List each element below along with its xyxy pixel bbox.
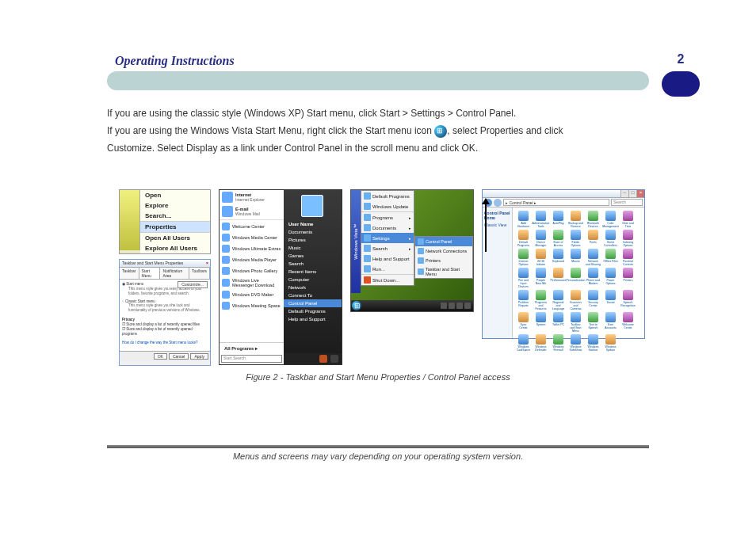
context-menu-item[interactable]: Properties <box>140 221 210 232</box>
minimize-button[interactable]: – <box>620 190 628 197</box>
control-panel-item[interactable]: Taskbar and Start Menu <box>568 312 583 333</box>
control-panel-item[interactable]: Administrative Tools <box>533 211 548 228</box>
classic-menu-item[interactable]: Documents▸ <box>361 223 414 233</box>
control-panel-item[interactable]: Fonts <box>586 230 601 247</box>
classic-menu-item[interactable]: Default Programs <box>361 191 414 201</box>
submenu-item[interactable]: Control Panel <box>415 237 472 246</box>
control-panel-item[interactable]: Personalization <box>568 268 583 288</box>
control-panel-item[interactable]: Parental Controls <box>620 249 636 266</box>
classic-menu-item[interactable]: Programs▸ <box>361 212 414 223</box>
context-menu-item[interactable]: Explore All Users <box>140 243 210 253</box>
cancel-button[interactable]: Cancel <box>169 353 189 360</box>
control-panel-item[interactable]: Windows Defender <box>533 334 548 352</box>
control-panel-item[interactable]: Internet Options <box>516 249 531 266</box>
sidebar-link-classic-view[interactable]: Classic View <box>484 223 510 227</box>
classic-menu-item[interactable]: Windows Update <box>361 201 414 211</box>
start-orb-icon[interactable] <box>352 301 361 310</box>
control-panel-item[interactable]: Windows Sidebar <box>586 334 601 352</box>
control-panel-item[interactable]: Ease of Access <box>551 230 566 247</box>
start-right-item[interactable]: Computer <box>284 276 342 284</box>
tray-icon[interactable] <box>449 303 455 309</box>
control-panel-item[interactable]: Keyboard <box>551 249 566 266</box>
help-link[interactable]: How do I change the way the Start menu l… <box>122 341 208 345</box>
program-item[interactable]: Windows DVD Maker <box>220 289 284 300</box>
customize-button[interactable]: Customize... <box>178 281 208 288</box>
start-right-item[interactable]: Games <box>284 252 342 260</box>
control-panel-item[interactable]: Backup and Restore <box>568 211 583 228</box>
submenu-item[interactable]: Network Connections <box>415 246 472 256</box>
dialog-tab[interactable]: Notification Area <box>160 268 189 279</box>
lock-icon[interactable] <box>330 355 338 363</box>
classic-menu-item[interactable]: Settings▸ <box>361 233 414 243</box>
control-panel-item[interactable]: Printers <box>620 268 636 288</box>
pinned-item[interactable]: InternetInternet Explorer <box>220 190 284 204</box>
control-panel-item[interactable]: Sound <box>603 290 618 310</box>
ok-button[interactable]: OK <box>154 353 167 360</box>
checkbox-recent-files[interactable]: Store and display a list of recently ope… <box>122 322 208 327</box>
program-item[interactable]: Windows Ultimate Extras <box>220 243 284 254</box>
all-programs-item[interactable]: All Programs <box>220 342 284 353</box>
control-panel-item[interactable]: Regional and Language <box>551 290 566 310</box>
control-panel-item[interactable]: Problem Reports <box>516 290 531 310</box>
control-panel-item[interactable]: Color Management <box>603 211 618 228</box>
start-right-item[interactable]: Music <box>284 244 342 252</box>
forward-button[interactable] <box>494 199 502 207</box>
start-right-item[interactable]: Recent Items <box>284 268 342 276</box>
close-button[interactable]: × <box>636 190 644 197</box>
tray-icon[interactable] <box>456 303 463 309</box>
context-menu-item[interactable]: Open All Users <box>140 232 210 243</box>
start-right-item[interactable]: Search <box>284 260 342 268</box>
program-item[interactable]: Windows Live Messenger Download <box>220 276 284 289</box>
control-panel-item[interactable]: Offline Files <box>603 249 618 266</box>
control-panel-item[interactable]: Network and Sharing <box>586 249 601 266</box>
context-menu-item[interactable]: Explore <box>140 200 210 211</box>
control-panel-item[interactable]: Folder Options <box>568 230 583 247</box>
control-panel-item[interactable]: Add Hardware <box>516 211 531 228</box>
search-input[interactable]: Search <box>611 199 643 206</box>
program-item[interactable]: Windows Photo Gallery <box>220 265 284 276</box>
control-panel-item[interactable]: Text to Speech <box>586 312 601 333</box>
control-panel-item[interactable]: Date and Time <box>620 211 636 228</box>
control-panel-item[interactable]: Power Options <box>603 268 618 288</box>
control-panel-item[interactable]: Speech Recognition <box>620 290 636 310</box>
submenu-item[interactable]: Taskbar and Start Menu <box>415 265 472 278</box>
start-right-item[interactable]: Connect To <box>284 291 342 299</box>
control-panel-item[interactable]: Windows SideShow <box>568 334 583 352</box>
dialog-tab[interactable]: Taskbar <box>120 268 139 279</box>
close-icon[interactable]: × <box>206 261 208 265</box>
maximize-button[interactable]: □ <box>628 190 636 197</box>
control-panel-item[interactable]: Default Programs <box>516 230 531 247</box>
control-panel-item[interactable]: Security Center <box>586 290 601 310</box>
control-panel-item[interactable]: Performance <box>551 268 566 288</box>
control-panel-item[interactable]: Programs and Features <box>533 290 548 310</box>
start-search-input[interactable]: Start Search <box>221 355 282 363</box>
tray-icon[interactable] <box>464 303 471 309</box>
power-icon[interactable] <box>319 355 327 363</box>
control-panel-item[interactable]: Welcome Center <box>620 312 636 333</box>
control-panel-item[interactable]: System <box>533 312 548 333</box>
dialog-tab[interactable]: Start Menu <box>139 268 161 279</box>
control-panel-item[interactable]: Windows Firewall <box>551 334 566 352</box>
program-item[interactable]: Welcome Center <box>220 221 284 232</box>
dialog-tab[interactable]: Toolbars <box>189 268 210 279</box>
tray-icon[interactable] <box>441 303 447 309</box>
control-panel-item[interactable]: Phone and Modem <box>586 268 601 288</box>
control-panel-item[interactable]: Windows CardSpace <box>516 334 531 352</box>
start-right-item[interactable]: Documents <box>284 228 342 236</box>
control-panel-item[interactable]: People Near Me <box>533 268 548 288</box>
breadcrumb[interactable]: ▸ Control Panel ▸ <box>503 199 609 206</box>
start-right-item[interactable]: Control Panel <box>284 299 342 307</box>
context-menu-item[interactable]: Open <box>140 190 210 200</box>
control-panel-item[interactable]: Indexing Options <box>620 230 636 247</box>
start-right-item[interactable]: Default Programs <box>284 307 342 315</box>
control-panel-item[interactable]: Pen and Input Devices <box>516 268 531 288</box>
submenu-item[interactable]: Printers <box>415 256 472 265</box>
control-panel-item[interactable]: iSCSI Initiator <box>533 249 548 266</box>
control-panel-item[interactable]: Mouse <box>568 249 583 266</box>
control-panel-item[interactable]: Bluetooth Devices <box>586 211 601 228</box>
classic-menu-item[interactable]: Shut Down... <box>361 275 414 285</box>
control-panel-item[interactable]: Windows Update <box>603 334 618 352</box>
start-right-item[interactable]: Pictures <box>284 236 342 244</box>
start-right-item[interactable]: Help and Support <box>284 315 342 323</box>
control-panel-item[interactable]: Tablet PC <box>551 312 566 333</box>
